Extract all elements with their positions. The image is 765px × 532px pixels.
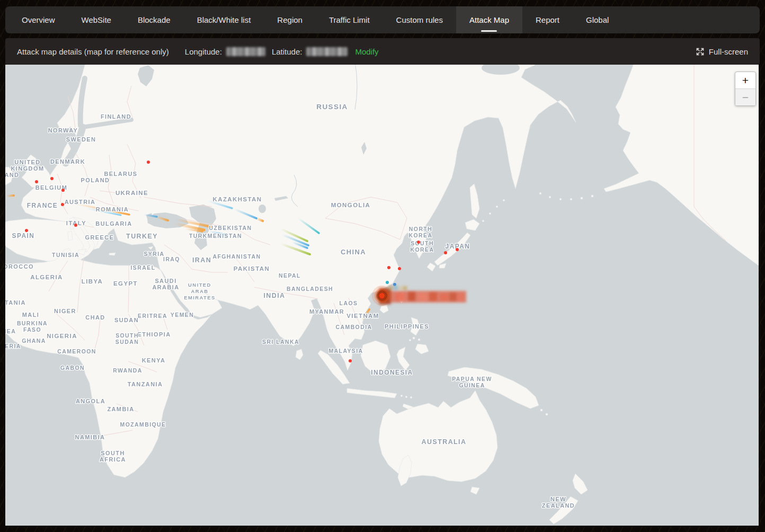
country-label: POLAND [81, 177, 110, 183]
attack-source-dot [456, 248, 459, 251]
country-label: DENMARK [50, 158, 85, 165]
country-label: FRANCE [27, 202, 58, 209]
attack-source-dot [61, 203, 64, 206]
attack-source-dot [25, 229, 28, 232]
tab-region[interactable]: Region [264, 6, 316, 33]
country-label: AFGHANISTAN [212, 253, 261, 260]
country-label: BANGLADESH [287, 286, 333, 292]
country-label: ERITREA [138, 313, 167, 319]
country-label: ZAMBIA [107, 406, 134, 412]
country-label: YEMEN [171, 312, 194, 318]
country-label: RITANIA [5, 299, 26, 306]
country-label: UNITEDKINGDOM [11, 159, 45, 172]
attack-source-dot [61, 189, 65, 192]
country-label: MYANMAR [309, 308, 344, 315]
longitude-label: Longitude: [185, 47, 222, 56]
country-label: NORTHKOREA [409, 226, 433, 238]
country-label: BERIA [5, 343, 21, 349]
country-label: ETHIOPIA [137, 331, 171, 338]
country-label: LAOS [340, 300, 358, 306]
country-label: RWANDA [113, 367, 142, 374]
country-label: PHILIPPINES [385, 323, 429, 330]
country-label: RUSSIA [316, 103, 348, 111]
attack-trail [6, 196, 14, 196]
country-label: SAUDIARABIA [152, 278, 179, 290]
tab-website[interactable]: WebSite [68, 6, 124, 33]
country-label: TURKEY [126, 233, 158, 240]
country-label: INDONESIA [371, 369, 413, 376]
modify-link[interactable]: Modify [355, 47, 378, 56]
country-label: SUDAN [114, 317, 139, 323]
toolbar-title: Attack map details (map for reference on… [17, 47, 169, 56]
country-label: LIBYA [82, 278, 103, 285]
country-label: ANGOLA [76, 398, 105, 404]
country-label: PAKISTAN [234, 265, 270, 272]
zoom-out-button[interactable]: − [735, 88, 755, 105]
tab-report[interactable]: Report [522, 6, 573, 33]
target-label-redacted [379, 286, 466, 304]
country-label: GHANA [22, 338, 46, 344]
tab-blockade[interactable]: Blockade [124, 6, 184, 33]
tab-traffic-limit[interactable]: Traffic Limit [316, 6, 383, 33]
country-label: NORWAY [48, 127, 78, 134]
tab-bar: OverviewWebSiteBlockadeBlack/White listR… [5, 6, 760, 33]
zoom-in-button[interactable]: + [735, 72, 755, 88]
country-label: CHINA [341, 248, 366, 256]
country-label: NEA [5, 328, 16, 334]
country-label: IRAQ [163, 256, 180, 262]
world-map-svg: RUSSIAFINLANDNORWAYSWEDENDENMARKUNITEDKI… [5, 65, 759, 526]
fullscreen-button[interactable]: Full-screen [696, 47, 748, 56]
country-label: OROCCO [5, 263, 34, 270]
fullscreen-icon [696, 47, 705, 56]
country-label: TUNISIA [52, 252, 79, 258]
country-label: SOUTHAFRICA [100, 450, 126, 463]
country-label: MALAYSIA [328, 348, 363, 354]
country-label: SPAIN [12, 232, 35, 240]
tab-custom-rules[interactable]: Custom rules [383, 6, 456, 33]
country-label: KENYA [142, 357, 166, 363]
country-label: AUSTRALIA [422, 438, 467, 446]
country-label: BULGARIA [95, 220, 132, 227]
country-label: SWEDEN [66, 136, 96, 143]
country-label: NEPAL [279, 272, 301, 279]
country-label: NIGER [54, 308, 76, 314]
country-label: CAMEROON [57, 348, 96, 354]
attack-map-toolbar: Attack map details (map for reference on… [5, 38, 760, 65]
attack-source-dot [386, 281, 389, 284]
country-label: BELARUS [104, 171, 138, 177]
attack-target-marker [372, 286, 392, 306]
country-label: ROMANIA [96, 206, 129, 212]
attack-source-dot [349, 359, 352, 362]
country-label: ISRAEL [131, 264, 156, 271]
attack-source-dot [387, 266, 390, 269]
country-label: CHAD [85, 314, 105, 321]
attack-source-dot [398, 267, 401, 270]
attack-source-dot [444, 251, 447, 254]
fullscreen-label: Full-screen [709, 47, 748, 56]
country-label: KAZAKHSTAN [212, 196, 262, 202]
tab-overview[interactable]: Overview [8, 6, 68, 33]
attack-map-canvas[interactable]: RUSSIAFINLANDNORWAYSWEDENDENMARKUNITEDKI… [5, 65, 759, 526]
tab-black-white-list[interactable]: Black/White list [184, 6, 264, 33]
tab-global[interactable]: Global [573, 6, 622, 33]
country-label: NIGERIA [47, 333, 77, 339]
longitude-value-redacted [226, 47, 265, 56]
country-label: GABON [60, 365, 85, 371]
country-label: IRAN [192, 256, 211, 264]
country-label: UKRAINE [115, 190, 148, 196]
country-label: CAMBODIA [336, 324, 372, 330]
country-label: MONGOLIA [331, 202, 370, 208]
country-label: FINLAND [101, 113, 131, 120]
country-label: UZBEKISTAN [209, 225, 252, 231]
country-label: MOZAMBIQUE [120, 421, 166, 428]
country-label: VIETNAM [346, 313, 379, 319]
attack-source-dot [417, 241, 420, 244]
country-label: SOUTHSUDAN [115, 332, 139, 345]
country-label: TURKMENISTAN [189, 233, 242, 239]
country-label: INDIA [263, 292, 285, 299]
country-label: NAMIBIA [75, 434, 105, 440]
attack-source-dot [74, 224, 77, 227]
latitude-value-redacted [306, 47, 348, 56]
country-label: TANZANIA [128, 381, 163, 387]
tab-attack-map[interactable]: Attack Map [456, 6, 522, 33]
